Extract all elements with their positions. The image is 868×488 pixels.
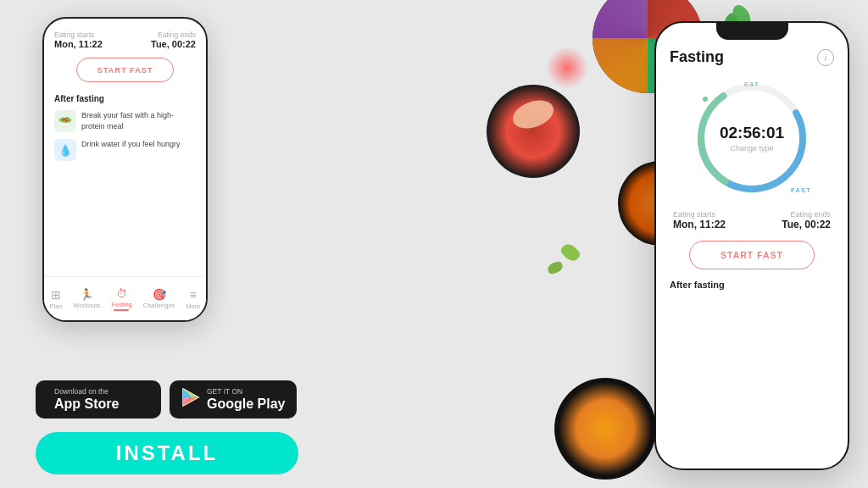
nav-item-challenges[interactable]: 🎯 Challenges	[143, 288, 175, 309]
nav-item-workouts[interactable]: 🏃 Workouts	[74, 288, 101, 309]
appstore-text: Download on the App Store	[54, 387, 119, 412]
start-fast-btn-left[interactable]: START FAST	[76, 58, 175, 82]
tip-icon-meal: 🥗	[54, 110, 76, 132]
info-icon[interactable]: i	[817, 49, 834, 66]
after-fasting-right: After fasting	[670, 280, 834, 290]
timer-section: EAT FAST 02:56:01 Change type	[670, 75, 834, 202]
workouts-icon: 🏃	[80, 288, 93, 301]
tip-icon-water: 💧	[54, 139, 76, 161]
food-plate-2	[487, 85, 580, 178]
appstore-button[interactable]: Download on the App Store	[36, 380, 161, 419]
timer-circle: EAT FAST 02:56:01 Change type	[688, 75, 815, 202]
challenges-icon: 🎯	[153, 288, 166, 301]
nav-item-more[interactable]: ≡ More	[186, 288, 200, 310]
googleplay-icon	[181, 388, 200, 411]
eating-starts-right: Eating starts Mon, 11:22	[673, 210, 726, 230]
phone-right: Fasting i EAT FAST	[654, 21, 849, 470]
eat-label: EAT	[744, 81, 760, 87]
after-fasting-left: After fasting 🥗 Break your fast with a h…	[54, 94, 196, 161]
red-blur	[546, 47, 588, 89]
tip-item-2: 💧 Drink water if you feel hungry	[54, 139, 196, 161]
start-fast-btn-right[interactable]: START FAST	[689, 241, 815, 269]
eating-times-row: Eating starts Mon, 11:22 Eating ends Tue…	[54, 30, 196, 49]
bottom-nav-left: ⊞ Plan 🏃 Workouts ⏱ Fasting 🎯 Challenges…	[44, 276, 206, 320]
googleplay-button[interactable]: GET IT ON Google Play	[170, 380, 297, 419]
install-button[interactable]: INSTALL	[36, 432, 298, 474]
fasting-header: Fasting i	[670, 48, 834, 66]
nav-item-plan[interactable]: ⊞ Plan	[50, 288, 63, 310]
phone-left: Eating starts Mon, 11:22 Eating ends Tue…	[42, 17, 208, 322]
fast-label: FAST	[791, 187, 811, 193]
googleplay-text: GET IT ON Google Play	[207, 387, 285, 412]
nav-active-indicator	[114, 309, 129, 311]
food-plate-4	[554, 378, 656, 480]
tip-item-1: 🥗 Break your fast with a high-protein me…	[54, 110, 196, 132]
plan-icon: ⊞	[51, 288, 61, 302]
timer-dot	[701, 95, 709, 103]
nav-item-fasting[interactable]: ⏱ Fasting	[111, 287, 132, 311]
more-icon: ≡	[190, 288, 197, 302]
timer-center: 02:56:01 Change type	[720, 124, 784, 152]
phone-right-screen: Fasting i EAT FAST	[656, 40, 848, 290]
fasting-icon: ⏱	[116, 287, 127, 300]
eating-ends-left: Eating ends Tue, 00:22	[151, 30, 196, 49]
phone-notch	[716, 23, 788, 40]
eating-ends-right: Eating ends Tue, 00:22	[782, 210, 831, 230]
eating-info-row-right: Eating starts Mon, 11:22 Eating ends Tue…	[670, 210, 834, 230]
eating-starts-left: Eating starts Mon, 11:22	[54, 30, 103, 49]
